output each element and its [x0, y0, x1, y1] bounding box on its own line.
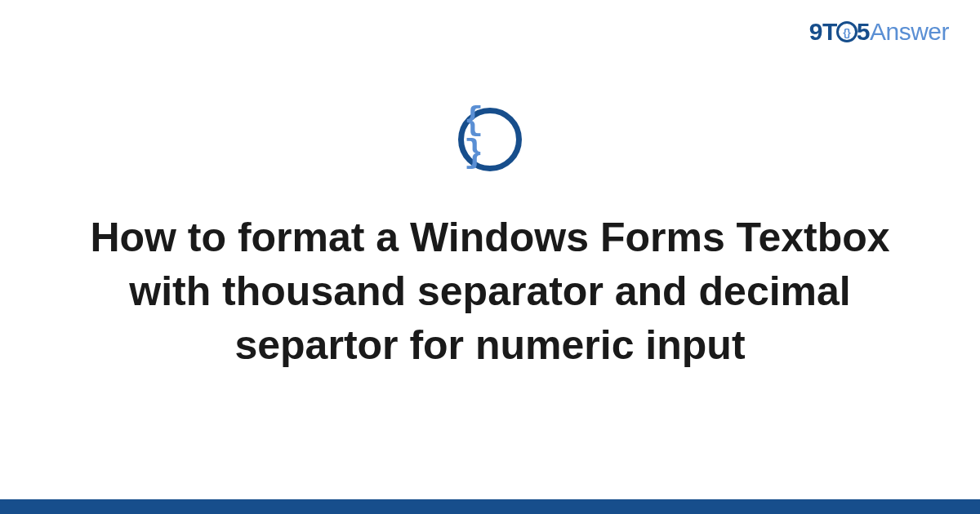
braces-symbol: { } — [464, 105, 516, 171]
code-braces-icon: { } — [458, 108, 522, 171]
logo-text-answer: Answer — [870, 18, 949, 45]
logo-text-9t: 9T — [809, 18, 837, 45]
footer-bar — [0, 499, 980, 514]
page-title: How to format a Windows Forms Textbox wi… — [57, 210, 923, 372]
logo-circle-inner: {} — [843, 27, 850, 38]
logo-text-5: 5 — [857, 18, 870, 45]
logo-circle-icon: {} — [836, 21, 858, 42]
site-logo: 9T{}5Answer — [809, 18, 949, 46]
